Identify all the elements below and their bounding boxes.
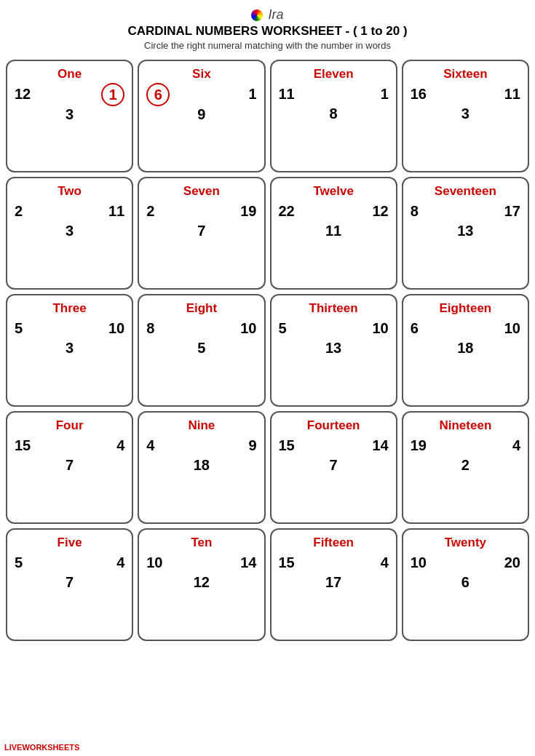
card-ten: Ten101412	[138, 528, 265, 641]
card-number-left: 10	[411, 554, 427, 571]
card-number-right: 14	[373, 437, 389, 454]
card-number-right: 4	[381, 554, 389, 571]
card-numbers-row: 154	[279, 554, 389, 571]
card-number-right: 10	[373, 320, 389, 337]
card-numbers-row: 121	[15, 86, 124, 103]
card-numbers-row: 54	[15, 554, 124, 571]
card-fourteen: Fourteen15147	[270, 411, 397, 524]
card-numbers-row: 510	[15, 320, 124, 337]
card-number-right: 20	[504, 554, 520, 571]
card-title: Five	[58, 536, 82, 550]
card-number-bottom: 13	[457, 223, 473, 239]
card-number-left: 4	[146, 437, 154, 454]
card-number-right: 4	[116, 554, 124, 571]
card-number-left: 2	[146, 203, 154, 220]
card-fifteen: Fifteen15417	[270, 528, 397, 641]
card-numbers-row: 510	[279, 320, 389, 337]
card-six: Six619	[138, 60, 265, 172]
card-title: Fourteen	[307, 418, 360, 433]
card-number-left: 12	[15, 86, 31, 103]
card-title: Twelve	[313, 184, 353, 199]
card-number-bottom: 2	[461, 457, 469, 474]
card-numbers-row: 211	[15, 203, 124, 220]
cards-grid: One1213Six619Eleven1118Sixteen16113Two21…	[0, 60, 535, 647]
card-title: Eight	[186, 301, 218, 316]
card-number-left: 6	[146, 86, 170, 103]
card-title: Thirteen	[309, 301, 358, 316]
card-number-left: 5	[279, 320, 287, 337]
watermark: LIVEWORKSHEETS	[0, 740, 535, 753]
card-number-bottom: 13	[325, 340, 341, 357]
watermark-text: LIVEWORKSHEETS	[4, 743, 79, 752]
instruction-text: Circle the right numeral matching with t…	[0, 40, 535, 51]
card-number-bottom: 3	[66, 340, 74, 357]
card-twelve: Twelve221211	[270, 177, 397, 290]
card-number-left: 16	[411, 86, 427, 103]
card-number-bottom: 3	[461, 106, 469, 122]
card-number-left: 5	[15, 320, 23, 337]
card-nineteen: Nineteen1942	[402, 411, 529, 524]
card-number-right: 10	[240, 320, 256, 337]
card-number-left: 19	[411, 437, 427, 454]
card-number-right: 1	[381, 86, 389, 103]
card-numbers-row: 610	[411, 320, 520, 337]
card-title: Four	[56, 418, 84, 433]
card-numbers-row: 1514	[279, 437, 389, 454]
card-nine: Nine4918	[138, 411, 265, 524]
card-number-right: 1	[101, 86, 124, 103]
card-number-bottom: 7	[330, 457, 338, 474]
card-seven: Seven2197	[138, 177, 265, 290]
card-twenty: Twenty10206	[402, 528, 529, 641]
card-numbers-row: 1020	[411, 554, 520, 571]
card-title: Two	[58, 184, 82, 199]
card-five: Five547	[6, 528, 133, 641]
card-numbers-row: 111	[279, 86, 389, 103]
card-numbers-row: 810	[146, 320, 256, 337]
card-number-bottom: 8	[330, 106, 338, 122]
card-numbers-row: 1014	[146, 554, 256, 571]
card-numbers-row: 61	[146, 86, 256, 103]
card-number-right: 10	[504, 320, 520, 337]
card-title: One	[58, 67, 82, 81]
card-number-bottom: 7	[197, 223, 205, 239]
card-thirteen: Thirteen51013	[270, 294, 397, 407]
card-title: Eleven	[314, 67, 354, 81]
card-numbers-row: 154	[15, 437, 124, 454]
card-numbers-row: 817	[411, 203, 520, 220]
card-eleven: Eleven1118	[270, 60, 397, 172]
card-number-right: 1	[248, 86, 256, 103]
card-number-right: 14	[240, 554, 256, 571]
card-title: Six	[192, 67, 211, 81]
card-title: Sixteen	[443, 67, 487, 81]
card-two: Two2113	[6, 177, 133, 290]
card-number-left: 15	[279, 554, 295, 571]
card-title: Nineteen	[439, 418, 491, 433]
card-number-bottom: 5	[197, 340, 205, 357]
card-title: Fifteen	[313, 536, 354, 550]
card-title: Eighteen	[439, 301, 491, 316]
card-number-right: 10	[108, 320, 124, 337]
card-number-left: 6	[411, 320, 419, 337]
card-number-bottom: 18	[457, 340, 473, 357]
card-number-right: 11	[108, 203, 124, 220]
card-number-left: 15	[15, 437, 31, 454]
page-header: Ira CARDINAL NUMBERS WORKSHEET - ( 1 to …	[0, 0, 535, 60]
logo: Ira	[0, 7, 535, 23]
card-title: Nine	[188, 418, 215, 433]
card-three: Three5103	[6, 294, 133, 407]
card-number-bottom: 11	[325, 223, 341, 239]
card-title: Seven	[183, 184, 220, 199]
circled-number: 6	[146, 83, 170, 106]
card-number-right: 11	[504, 86, 520, 103]
card-title: Twenty	[445, 536, 486, 550]
card-numbers-row: 219	[146, 203, 256, 220]
card-number-bottom: 7	[66, 457, 74, 474]
card-number-right: 9	[248, 437, 256, 454]
card-number-bottom: 3	[66, 223, 74, 239]
card-number-left: 2	[15, 203, 23, 220]
card-number-bottom: 7	[66, 574, 74, 591]
card-numbers-row: 49	[146, 437, 256, 454]
card-number-left: 8	[411, 203, 419, 220]
card-number-bottom: 3	[66, 106, 74, 123]
card-number-right: 12	[373, 203, 389, 220]
